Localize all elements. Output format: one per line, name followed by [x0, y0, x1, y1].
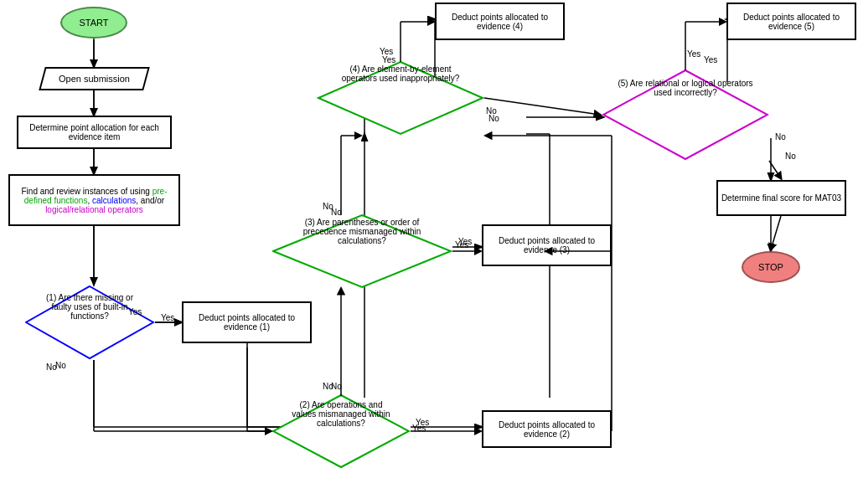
deduct4-shape: Deduct points allocated to evidence (4): [435, 3, 565, 40]
final-score-shape: Determine final score for MAT03: [716, 180, 846, 216]
start-shape: START: [60, 7, 127, 39]
q5-diamond: (5) Are relational or logical operators …: [602, 69, 769, 161]
q1-no-label: No: [46, 363, 57, 372]
deduct4-label: Deduct points allocated to evidence (4): [437, 11, 563, 33]
q5-no-label: No: [775, 132, 786, 141]
q4-no-label: No: [486, 106, 497, 116]
find-review-label: Find and review instances of using pre-d…: [10, 184, 178, 217]
q2-yes-label: Yes: [412, 424, 426, 433]
q3-diamond: (3) Are parentheses or order of preceden…: [272, 213, 452, 289]
start-label: START: [79, 18, 108, 28]
q5-yes-label: Yes: [704, 55, 717, 64]
open-submission-shape: Open submission: [42, 67, 147, 90]
deduct3-label: Deduct points allocated to evidence (3): [483, 234, 610, 256]
deduct1-label: Deduct points allocated to evidence (1): [183, 311, 310, 333]
deduct5-label: Deduct points allocated to evidence (5): [728, 11, 855, 33]
deduct2-shape: Deduct points allocated to evidence (2): [482, 410, 612, 448]
q3-no-label: No: [331, 208, 342, 217]
determine-point-shape: Determine point allocation for each evid…: [17, 116, 172, 149]
q2-diamond: (2) Are operations and values mismanaged…: [272, 393, 411, 469]
deduct5-shape: Deduct points allocated to evidence (5): [726, 3, 856, 40]
stop-shape: STOP: [742, 251, 800, 283]
determine-point-label: Determine point allocation for each evid…: [18, 121, 170, 143]
stop-label: STOP: [758, 262, 783, 272]
deduct2-label: Deduct points allocated to evidence (2): [483, 419, 610, 440]
open-submission-label: Open submission: [59, 74, 130, 84]
q2-no-label: No: [331, 382, 342, 391]
q4-yes-label: Yes: [382, 55, 395, 64]
final-score-label: Determine final score for MAT03: [720, 192, 843, 204]
q1-diamond: (1) Are there missing or faulty uses of …: [25, 285, 155, 360]
deduct3-shape: Deduct points allocated to evidence (3): [482, 224, 612, 266]
deduct1-shape: Deduct points allocated to evidence (1): [182, 301, 312, 343]
find-review-shape: Find and review instances of using pre-d…: [8, 174, 180, 226]
q4-diamond: (4) Are element-by-element operators use…: [317, 60, 484, 136]
q1-yes-label: Yes: [161, 313, 174, 322]
q3-yes-label: Yes: [455, 240, 468, 249]
